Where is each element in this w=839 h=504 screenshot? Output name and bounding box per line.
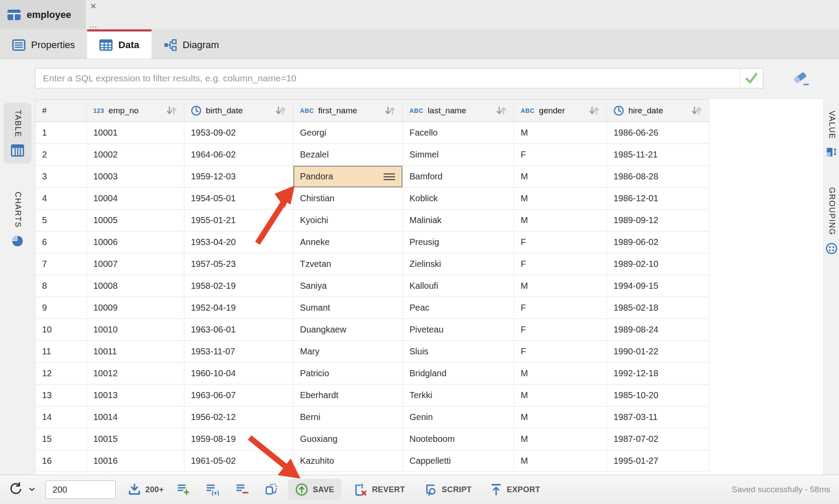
export-button[interactable]: EXPORT	[490, 483, 540, 496]
cell[interactable]: 1986-06-26	[607, 122, 709, 144]
column-header-gender[interactable]: ABCgender	[514, 100, 607, 122]
row-number-cell[interactable]: 4	[35, 188, 87, 210]
tab-diagram[interactable]: Diagram	[152, 29, 231, 59]
cell[interactable]: 10004	[87, 188, 184, 210]
row-number-cell[interactable]: 9	[35, 297, 87, 319]
cell[interactable]: 1957-05-23	[184, 253, 293, 275]
cell[interactable]: Bamford	[403, 166, 514, 188]
cell[interactable]: 1986-08-28	[607, 166, 709, 188]
row-number-cell[interactable]: 10	[35, 319, 87, 341]
cell[interactable]: M	[514, 385, 607, 406]
cell[interactable]: 1992-12-18	[607, 363, 709, 385]
row-number-cell[interactable]: 15	[35, 428, 87, 450]
cell[interactable]: 1985-02-18	[607, 297, 709, 319]
cell[interactable]: Eberhardt	[293, 385, 403, 406]
cell[interactable]: 10003	[87, 166, 184, 188]
duplicate-row-button[interactable]: (+)	[206, 483, 220, 496]
cell[interactable]: M	[514, 188, 607, 210]
cell[interactable]: M	[514, 363, 607, 385]
cell[interactable]: 10009	[87, 297, 184, 319]
cell[interactable]: 10013	[87, 385, 184, 406]
cell-menu-icon[interactable]	[383, 173, 396, 181]
cell[interactable]: Patricio	[293, 363, 403, 385]
column-header-last_name[interactable]: ABClast_name	[403, 100, 514, 122]
row-number-cell[interactable]: 3	[35, 166, 87, 188]
save-button[interactable]: SAVE	[288, 479, 341, 500]
cell[interactable]: Peac	[403, 297, 514, 319]
apply-filter-button[interactable]	[740, 69, 763, 88]
cell[interactable]: Facello	[403, 122, 514, 144]
cell[interactable]: F	[514, 297, 607, 319]
row-number-cell[interactable]: 5	[35, 210, 87, 231]
cell[interactable]: Bridgland	[403, 363, 514, 385]
cell[interactable]: Cappelletti	[403, 450, 514, 472]
row-number-cell[interactable]: 7	[35, 253, 87, 275]
cell[interactable]: Chirstian	[293, 188, 403, 210]
cell[interactable]: 10012	[87, 363, 184, 385]
row-number-cell[interactable]: 1	[35, 122, 87, 144]
cell[interactable]: M	[514, 275, 607, 297]
cell[interactable]: Kyoichi	[293, 210, 403, 231]
cell[interactable]: 1994-09-15	[607, 275, 709, 297]
cell[interactable]: 1985-11-21	[607, 144, 709, 166]
cell[interactable]: 1986-12-01	[607, 188, 709, 210]
row-number-cell[interactable]: 14	[35, 406, 87, 428]
cell[interactable]: 1963-06-01	[184, 319, 293, 341]
cell[interactable]: 1958-02-19	[184, 275, 293, 297]
clear-filter-button[interactable]	[792, 71, 812, 87]
cell[interactable]: 1989-06-02	[607, 231, 709, 253]
column-header-hire_date[interactable]: hire_date	[607, 100, 709, 122]
cell[interactable]: Terkki	[403, 385, 514, 406]
column-header-emp_no[interactable]: 123emp_no	[87, 100, 184, 122]
row-number-cell[interactable]: 6	[35, 231, 87, 253]
cell[interactable]: 1952-04-19	[184, 297, 293, 319]
cell[interactable]: M	[514, 210, 607, 231]
sort-icon[interactable]	[589, 106, 600, 116]
sort-icon[interactable]	[496, 106, 507, 116]
delete-row-button[interactable]	[236, 483, 249, 496]
row-number-cell[interactable]: 2	[35, 144, 87, 166]
script-button[interactable]: SCRIPT	[423, 483, 472, 497]
cell[interactable]: F	[514, 144, 607, 166]
cell[interactable]: 1953-04-20	[184, 231, 293, 253]
cell[interactable]: Zielinski	[403, 253, 514, 275]
row-number-cell[interactable]: 16	[35, 450, 87, 472]
cell[interactable]: 1989-09-12	[607, 210, 709, 231]
column-header-birth_date[interactable]: birth_date	[184, 100, 293, 122]
cell[interactable]: Genin	[403, 406, 514, 428]
cell[interactable]: 1955-01-21	[184, 210, 293, 231]
cell[interactable]: Tzvetan	[293, 253, 403, 275]
cell[interactable]: 1964-06-02	[184, 144, 293, 166]
cell[interactable]: 1959-08-19	[184, 428, 293, 450]
cell[interactable]: 10005	[87, 210, 184, 231]
row-number-cell[interactable]: 11	[35, 341, 87, 363]
cell[interactable]: 10014	[87, 406, 184, 428]
row-number-cell[interactable]: 8	[35, 275, 87, 297]
tab-properties[interactable]: Properties	[0, 29, 87, 59]
cell[interactable]: Sluis	[403, 341, 514, 363]
refresh-button[interactable]	[9, 482, 35, 497]
sort-icon[interactable]	[384, 106, 396, 116]
row-number-cell[interactable]: 13	[35, 385, 87, 406]
sql-filter-input[interactable]	[35, 69, 740, 88]
cell[interactable]: 1987-07-02	[607, 428, 709, 450]
cell[interactable]: 1954-05-01	[184, 188, 293, 210]
cell[interactable]: 10011	[87, 341, 184, 363]
panel-tab-value[interactable]: VALUE	[824, 104, 839, 164]
cell[interactable]: Piveteau	[403, 319, 514, 341]
cell[interactable]: M	[514, 428, 607, 450]
close-tab-icon[interactable]: ×	[90, 1, 96, 11]
cell[interactable]: F	[514, 341, 607, 363]
selected-cell[interactable]: Pandora	[293, 166, 403, 188]
cell[interactable]: Preusig	[403, 231, 514, 253]
sort-icon[interactable]	[275, 106, 286, 116]
cell[interactable]: 10001	[87, 122, 184, 144]
panel-tab-grouping[interactable]: GROUPING	[824, 180, 839, 262]
cell[interactable]: 1960-10-04	[184, 363, 293, 385]
cell[interactable]: 1995-01-27	[607, 450, 709, 472]
cell[interactable]: 10015	[87, 428, 184, 450]
cell[interactable]: 1990-01-22	[607, 341, 709, 363]
cell[interactable]: M	[514, 166, 607, 188]
cell[interactable]: 1963-06-07	[184, 385, 293, 406]
cell[interactable]: 1985-10-20	[607, 385, 709, 406]
